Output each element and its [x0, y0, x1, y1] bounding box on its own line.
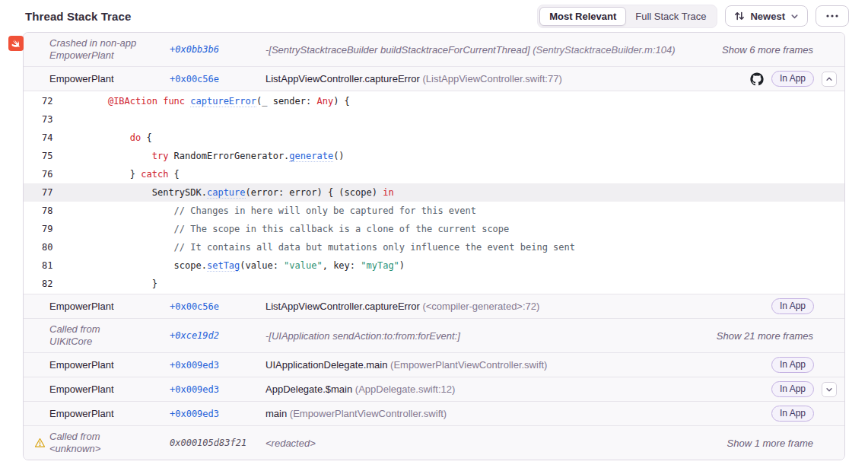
stack-trace-card: Crashed in non-app EmpowerPlant +0x0bb3b…: [23, 32, 845, 460]
code-line: 82 }: [24, 275, 844, 293]
show-more-frames-link[interactable]: Show 21 more frames: [717, 330, 837, 342]
view-segmented-control: Most Relevant Full Stack Trace: [537, 5, 717, 28]
function-label: ListAppViewController.captureError (<com…: [265, 301, 771, 312]
address-label: +0x00c56e: [170, 301, 265, 312]
address-label: +0x009ed3: [170, 384, 265, 395]
tab-most-relevant[interactable]: Most Relevant: [539, 7, 626, 26]
package-label: Crashed in non-app EmpowerPlant: [24, 37, 170, 62]
address-label: 0x000105d83f21: [170, 438, 265, 448]
address-label: +0x00c56e: [170, 74, 265, 84]
in-app-badge: In App: [771, 357, 814, 373]
code-line: 75 try RandomErrorGenerator.generate(): [24, 147, 844, 165]
code-text: } catch {: [75, 165, 180, 183]
line-number: 81: [24, 256, 75, 275]
line-number: 77: [24, 183, 75, 202]
stack-frame[interactable]: Called from <unknown> 0x000105d83f21 <re…: [24, 425, 844, 460]
stack-frame[interactable]: EmpowerPlant +0x009ed3 AppDelegate.$main…: [24, 377, 844, 401]
file-label: (EmpowerPlantViewController.swift): [390, 359, 547, 371]
code-text: try RandomErrorGenerator.generate(): [75, 147, 345, 165]
code-text: // It contains all data but mutations on…: [75, 238, 575, 256]
file-label: (AppDelegate.swift:12): [355, 383, 456, 395]
file-label: (EmpowerPlantViewController.swift): [290, 408, 447, 419]
code-text: // The scope in this callback is a clone…: [75, 220, 509, 238]
function-label: ListAppViewController.captureError (List…: [265, 73, 750, 84]
in-app-badge: In App: [771, 298, 814, 314]
code-text: // Changes in here will only be captured…: [75, 202, 476, 220]
code-line: 81 scope.setTag(value: "value", key: "my…: [24, 256, 844, 275]
line-number: 75: [24, 147, 75, 165]
stack-frame[interactable]: Called from UIKitCore +0xce19d2 -[UIAppl…: [24, 318, 844, 352]
show-more-frames-link[interactable]: Show 1 more frame: [727, 438, 837, 449]
package-label: EmpowerPlant: [24, 359, 170, 371]
stack-frame[interactable]: EmpowerPlant +0x009ed3 UIApplicationDele…: [24, 352, 844, 377]
line-number: 73: [24, 110, 75, 129]
sort-button[interactable]: Newest: [725, 5, 808, 27]
package-label: EmpowerPlant: [24, 73, 170, 85]
stack-frame[interactable]: EmpowerPlant +0x00c56e ListAppViewContro…: [24, 294, 844, 318]
code-text: scope.setTag(value: "value", key: "myTag…: [75, 256, 405, 275]
line-number: 79: [24, 220, 75, 238]
swift-platform-icon: [8, 36, 24, 51]
line-number: 74: [24, 129, 75, 147]
github-icon[interactable]: [750, 72, 764, 86]
line-number: 78: [24, 202, 75, 220]
in-app-badge: In App: [771, 406, 814, 422]
function-label: main (EmpowerPlantViewController.swift): [265, 408, 771, 419]
header-controls: Most Relevant Full Stack Trace Newest: [537, 5, 849, 28]
code-text: do {: [75, 129, 152, 147]
package-label: EmpowerPlant: [24, 383, 170, 396]
stack-frame[interactable]: EmpowerPlant +0x009ed3 main (EmpowerPlan…: [24, 401, 844, 425]
file-label: (SentryStacktraceBuilder.m:104): [533, 44, 675, 56]
code-line: 80 // It contains all data but mutations…: [24, 238, 844, 256]
package-label: EmpowerPlant: [24, 408, 170, 420]
function-label: AppDelegate.$main (AppDelegate.swift:12): [265, 383, 771, 395]
address-label: +0xce19d2: [170, 330, 265, 341]
code-line: 79 // The scope in this callback is a cl…: [24, 220, 844, 238]
code-text: @IBAction func captureError(_ sender: An…: [75, 92, 350, 110]
chevron-down-icon: [790, 12, 799, 21]
line-number: 80: [24, 238, 75, 256]
warning-icon: [34, 438, 46, 449]
function-label: UIApplicationDelegate.main (EmpowerPlant…: [265, 359, 771, 371]
sort-arrows-icon: [734, 11, 745, 21]
page-title: Thread Stack Trace: [25, 10, 131, 23]
code-block: 72 @IBAction func captureError(_ sender:…: [24, 91, 844, 294]
show-more-frames-link[interactable]: Show 6 more frames: [722, 44, 837, 56]
function-label: -[SentryStacktraceBuilder buildStacktrac…: [265, 44, 722, 56]
function-label: <redacted>: [265, 438, 727, 449]
expand-frame-button[interactable]: [822, 382, 837, 397]
line-number: 82: [24, 275, 75, 293]
address-label: +0x0bb3b6: [170, 44, 265, 55]
code-line: 73: [24, 110, 844, 129]
code-line: 78 // Changes in here will only be captu…: [24, 202, 844, 220]
file-label: (<compiler-generated>:72): [422, 301, 539, 312]
address-label: +0x009ed3: [170, 409, 265, 419]
code-line: 76 } catch {: [24, 165, 844, 183]
collapse-frame-button[interactable]: [822, 72, 837, 87]
stack-frame[interactable]: Crashed in non-app EmpowerPlant +0x0bb3b…: [24, 33, 844, 66]
code-line: 77 SentrySDK.capture(error: error) { (sc…: [24, 183, 844, 202]
sort-label: Newest: [750, 11, 785, 22]
line-number: 72: [24, 92, 75, 110]
tab-full-stack-trace[interactable]: Full Stack Trace: [626, 8, 715, 25]
code-line: 74 do {: [24, 129, 844, 147]
code-text: [75, 110, 86, 129]
file-label: (ListAppViewController.swift:77): [422, 73, 561, 84]
line-number: 76: [24, 165, 75, 183]
function-label: -[UIApplication sendAction:to:from:forEv…: [265, 330, 717, 342]
package-label: EmpowerPlant: [24, 301, 170, 313]
code-text: }: [75, 275, 157, 293]
ellipsis-icon: [826, 14, 838, 18]
code-text: SentrySDK.capture(error: error) { (scope…: [75, 183, 394, 202]
stack-frame[interactable]: EmpowerPlant +0x00c56e ListAppViewContro…: [24, 66, 844, 91]
package-label: Called from UIKitCore: [24, 323, 170, 348]
in-app-badge: In App: [771, 381, 814, 397]
address-label: +0x009ed3: [170, 360, 265, 371]
code-line: 72 @IBAction func captureError(_ sender:…: [24, 92, 844, 110]
in-app-badge: In App: [771, 71, 814, 87]
section-header: Thread Stack Trace Most Relevant Full St…: [0, 0, 868, 32]
more-options-button[interactable]: [816, 5, 849, 27]
